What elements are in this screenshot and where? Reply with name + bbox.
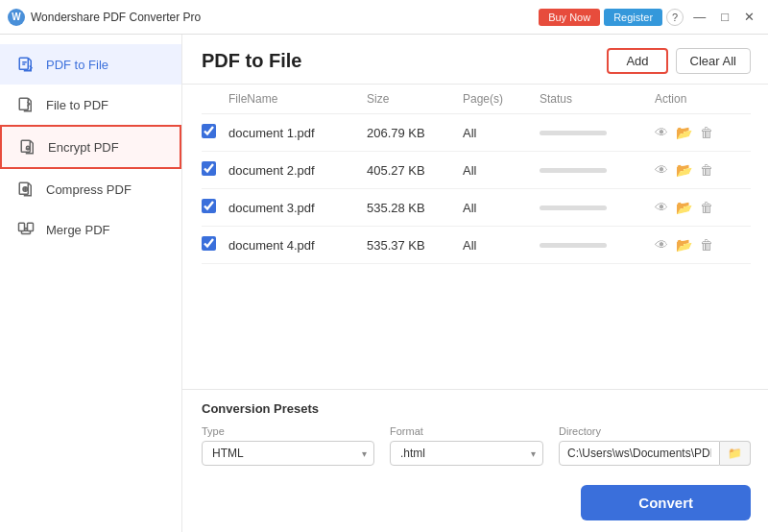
- sidebar-label-compress-pdf: Compress PDF: [46, 182, 132, 197]
- preview-icon-3[interactable]: 👁: [655, 237, 668, 253]
- presets-title: Conversion Presets: [202, 401, 751, 416]
- header-action: Action: [655, 92, 751, 106]
- folder-icon-2[interactable]: 📂: [676, 200, 692, 215]
- sidebar-item-encrypt-pdf[interactable]: Encrypt PDF: [0, 125, 181, 169]
- format-select-wrapper: .html .htm: [390, 441, 543, 466]
- row-size-1: 405.27 KB: [367, 163, 463, 178]
- type-select-wrapper: HTML Word Excel PowerPoint Text Image EP…: [202, 441, 374, 466]
- app-logo: W: [8, 9, 25, 26]
- sidebar-item-file-to-pdf[interactable]: File to PDF: [0, 85, 181, 125]
- presets-row: Type HTML Word Excel PowerPoint Text Ima…: [202, 425, 751, 466]
- file-rows-container: document 1.pdf 206.79 KB All 👁 📂 🗑 docum…: [202, 114, 751, 264]
- row-status-2: [540, 206, 607, 210]
- row-status-3: [540, 243, 607, 248]
- row-pages-2: All: [463, 201, 540, 215]
- content-header: PDF to File Add Clear All: [182, 35, 768, 85]
- header-size: Size: [367, 92, 463, 106]
- minimize-button[interactable]: —: [687, 8, 711, 26]
- format-group: Format .html .htm: [390, 425, 543, 466]
- svg-rect-1: [19, 98, 28, 109]
- directory-input-row: 📁: [559, 441, 751, 466]
- row-size-0: 206.79 KB: [367, 126, 463, 140]
- header-filename: FileName: [228, 92, 367, 106]
- title-bar: W Wondershare PDF Converter Pro Buy Now …: [0, 0, 768, 35]
- compress-pdf-icon: [15, 179, 36, 200]
- delete-icon-2[interactable]: 🗑: [700, 200, 713, 215]
- row-status-0: [540, 131, 607, 135]
- format-label: Format: [390, 425, 543, 437]
- title-bar-left: W Wondershare PDF Converter Pro: [8, 9, 201, 26]
- row-size-3: 535.37 KB: [367, 238, 463, 253]
- pdf-to-file-icon: [15, 54, 36, 75]
- row-checkbox-3[interactable]: [202, 236, 216, 251]
- preview-icon-1[interactable]: 👁: [655, 162, 668, 178]
- content-area: PDF to File Add Clear All FileName Size …: [182, 35, 768, 532]
- header-buttons: Add Clear All: [607, 48, 751, 74]
- delete-icon-3[interactable]: 🗑: [700, 237, 713, 253]
- directory-group: Directory 📁: [559, 425, 751, 466]
- maximize-button[interactable]: □: [715, 8, 734, 26]
- preview-icon-0[interactable]: 👁: [655, 125, 668, 140]
- type-select[interactable]: HTML Word Excel PowerPoint Text Image EP…: [202, 441, 374, 466]
- sidebar-item-merge-pdf[interactable]: Merge PDF: [0, 209, 181, 250]
- clear-all-button[interactable]: Clear All: [676, 48, 751, 74]
- sidebar-label-merge-pdf: Merge PDF: [46, 223, 109, 237]
- encrypt-pdf-icon: [17, 136, 38, 157]
- convert-row: Convert: [182, 477, 768, 532]
- preview-icon-2[interactable]: 👁: [655, 200, 668, 215]
- row-filename-3: document 4.pdf: [228, 238, 367, 253]
- row-checkbox-2[interactable]: [202, 199, 216, 213]
- table-row: document 3.pdf 535.28 KB All 👁 📂 🗑: [202, 189, 751, 227]
- header-pages: Page(s): [463, 92, 540, 106]
- sidebar: PDF to File File to PDF E: [0, 35, 182, 532]
- register-button[interactable]: Register: [604, 9, 662, 26]
- row-pages-0: All: [463, 126, 540, 140]
- format-select[interactable]: .html .htm: [390, 441, 543, 466]
- svg-rect-7: [19, 223, 25, 230]
- table-row: document 4.pdf 535.37 KB All 👁 📂 🗑: [202, 227, 751, 264]
- directory-input[interactable]: [559, 441, 720, 466]
- title-bar-right: Buy Now Register ? — □ ✕: [539, 8, 760, 26]
- header-status: Status: [540, 92, 655, 106]
- main-layout: PDF to File File to PDF E: [0, 35, 768, 532]
- table-row: document 2.pdf 405.27 KB All 👁 📂 🗑: [202, 152, 751, 189]
- delete-icon-1[interactable]: 🗑: [700, 162, 713, 178]
- delete-icon-0[interactable]: 🗑: [700, 125, 713, 140]
- conversion-presets: Conversion Presets Type HTML Word Excel …: [182, 389, 768, 477]
- row-pages-3: All: [463, 238, 540, 253]
- convert-button[interactable]: Convert: [581, 485, 751, 520]
- row-checkbox-1[interactable]: [202, 161, 216, 176]
- directory-browse-button[interactable]: 📁: [720, 441, 751, 466]
- sidebar-item-pdf-to-file[interactable]: PDF to File: [0, 44, 181, 85]
- type-group: Type HTML Word Excel PowerPoint Text Ima…: [202, 425, 374, 466]
- row-status-1: [540, 168, 607, 173]
- merge-pdf-icon: [15, 219, 36, 240]
- file-table: FileName Size Page(s) Status Action docu…: [182, 85, 768, 389]
- sidebar-label-file-to-pdf: File to PDF: [46, 98, 108, 112]
- sidebar-item-compress-pdf[interactable]: Compress PDF: [0, 169, 181, 209]
- svg-rect-8: [28, 223, 34, 230]
- close-button[interactable]: ✕: [738, 8, 760, 26]
- row-checkbox-0[interactable]: [202, 124, 216, 138]
- folder-icon-0[interactable]: 📂: [676, 125, 692, 140]
- row-filename-0: document 1.pdf: [228, 126, 367, 140]
- table-row: document 1.pdf 206.79 KB All 👁 📂 🗑: [202, 114, 751, 152]
- type-label: Type: [202, 425, 374, 437]
- row-filename-1: document 2.pdf: [228, 163, 367, 178]
- directory-label: Directory: [559, 425, 751, 437]
- help-button[interactable]: ?: [666, 9, 684, 26]
- file-to-pdf-icon: [15, 94, 36, 115]
- row-filename-2: document 3.pdf: [228, 201, 367, 215]
- row-pages-1: All: [463, 163, 540, 178]
- table-header: FileName Size Page(s) Status Action: [202, 85, 751, 114]
- buy-now-button[interactable]: Buy Now: [539, 9, 600, 26]
- row-size-2: 535.28 KB: [367, 201, 463, 215]
- sidebar-label-encrypt-pdf: Encrypt PDF: [48, 140, 119, 155]
- folder-icon-3[interactable]: 📂: [676, 237, 692, 253]
- page-title: PDF to File: [202, 50, 301, 72]
- folder-icon-1[interactable]: 📂: [676, 162, 692, 178]
- app-title: Wondershare PDF Converter Pro: [31, 11, 201, 24]
- add-button[interactable]: Add: [607, 48, 667, 74]
- sidebar-label-pdf-to-file: PDF to File: [46, 58, 108, 72]
